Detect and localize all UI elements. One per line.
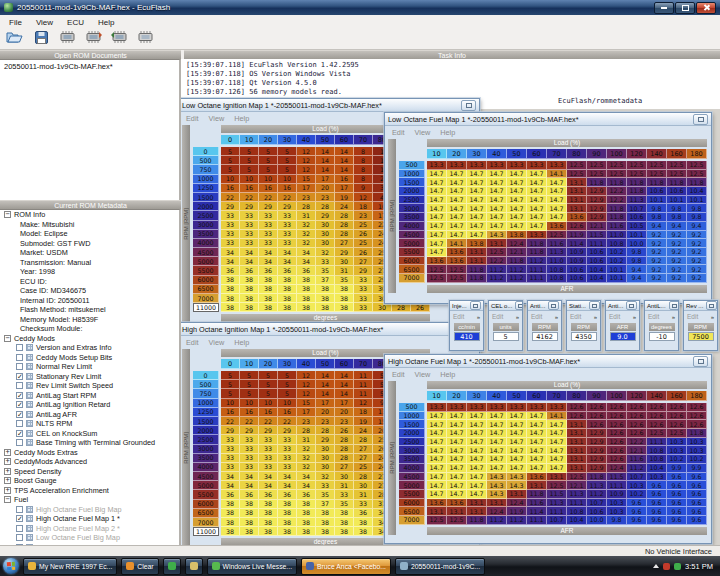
value-cell[interactable]: 12.5: [447, 516, 467, 525]
value-cell[interactable]: 22: [259, 193, 278, 202]
value-cell[interactable]: 38: [335, 518, 354, 527]
value-cell[interactable]: 11.0: [547, 257, 567, 266]
value-cell[interactable]: 12.6: [587, 412, 607, 421]
value-cell[interactable]: 12.5: [567, 473, 587, 482]
value-cell[interactable]: 38: [221, 527, 240, 536]
value-cell[interactable]: 30: [316, 454, 335, 463]
value-cell[interactable]: 14.7: [487, 187, 507, 196]
value-cell[interactable]: 12.6: [687, 412, 707, 421]
value-cell[interactable]: 14.7: [427, 239, 447, 248]
value-cell[interactable]: 30: [316, 221, 335, 230]
value-cell[interactable]: 13.8: [467, 239, 487, 248]
value-cell[interactable]: 38: [316, 294, 335, 303]
tree-branch[interactable]: −ROM Info: [0, 210, 179, 220]
value-cell[interactable]: 34: [278, 248, 297, 257]
value-cell[interactable]: 38: [259, 294, 278, 303]
value-cell[interactable]: 20: [316, 184, 335, 193]
row-header-cell[interactable]: 4000: [399, 464, 425, 473]
map-menu-view[interactable]: View: [209, 338, 225, 347]
value-cell[interactable]: 14.7: [447, 455, 467, 464]
map-menu-view[interactable]: View: [209, 114, 225, 123]
column-header-cell[interactable]: 140: [647, 149, 667, 159]
value-cell[interactable]: 14.7: [467, 170, 487, 179]
value-cell[interactable]: 22: [240, 417, 259, 426]
value-cell[interactable]: 14.7: [427, 412, 447, 421]
tree-branch[interactable]: −Ceddy Mods: [0, 334, 179, 344]
value-cell[interactable]: 38: [259, 303, 278, 312]
value-cell[interactable]: 34: [221, 257, 240, 266]
value-cell[interactable]: 13.8: [507, 231, 527, 240]
value-cell[interactable]: 5: [278, 156, 297, 165]
row-header-cell[interactable]: 6000: [399, 257, 425, 266]
row-header-cell[interactable]: 6000: [193, 276, 219, 285]
value-cell[interactable]: 30: [316, 230, 335, 239]
value-cell[interactable]: 14: [316, 389, 335, 398]
value-cell[interactable]: 13.1: [447, 507, 467, 516]
value-cell[interactable]: 14.7: [507, 170, 527, 179]
value-cell[interactable]: 13.3: [447, 161, 467, 170]
value-cell[interactable]: 14.7: [467, 231, 487, 240]
value-cell[interactable]: 35: [316, 490, 335, 499]
close-icon[interactable]: [515, 301, 522, 310]
column-header-cell[interactable]: 20: [259, 135, 278, 145]
value-cell[interactable]: 14.7: [447, 222, 467, 231]
scalar-menu-edit[interactable]: Edit: [492, 313, 503, 320]
value-cell[interactable]: 38: [278, 509, 297, 518]
value-cell[interactable]: 12.9: [587, 464, 607, 473]
value-cell[interactable]: 5: [278, 147, 297, 156]
value-cell[interactable]: 29: [240, 426, 259, 435]
value-cell[interactable]: 20: [316, 408, 335, 417]
value-cell[interactable]: 5: [221, 147, 240, 156]
scalar-menu-edit[interactable]: Edit: [453, 313, 464, 320]
value-cell[interactable]: 5: [221, 156, 240, 165]
row-header-cell[interactable]: 4500: [193, 248, 219, 257]
value-cell[interactable]: 12.5: [547, 231, 567, 240]
value-cell[interactable]: 11.2: [487, 516, 507, 525]
close-icon[interactable]: [589, 301, 600, 310]
value-cell[interactable]: 14.7: [507, 429, 527, 438]
value-cell[interactable]: 5: [221, 165, 240, 174]
value-cell[interactable]: 11.3: [567, 490, 587, 499]
taskbar-button[interactable]: [163, 558, 181, 575]
value-cell[interactable]: 13.3: [507, 403, 527, 412]
value-cell[interactable]: 9.6: [627, 499, 647, 508]
collapse-icon[interactable]: −: [4, 211, 11, 218]
value-cell[interactable]: 14.7: [427, 204, 447, 213]
value-cell[interactable]: 12.5: [667, 170, 687, 179]
value-cell[interactable]: 38: [297, 276, 316, 285]
value-cell[interactable]: 11.4: [527, 507, 547, 516]
value-cell[interactable]: 13.3: [487, 161, 507, 170]
value-cell[interactable]: 14.3: [507, 481, 527, 490]
value-cell[interactable]: 10.6: [587, 507, 607, 516]
value-cell[interactable]: 12.6: [607, 455, 627, 464]
value-cell[interactable]: 33: [354, 303, 373, 312]
map-menu-help[interactable]: Help: [234, 338, 249, 347]
value-cell[interactable]: 14.7: [487, 204, 507, 213]
row-header-cell[interactable]: 1000: [193, 175, 219, 184]
value-cell[interactable]: 17: [297, 184, 316, 193]
menu-file[interactable]: File: [2, 15, 29, 29]
value-cell[interactable]: 14.7: [507, 196, 527, 205]
value-cell[interactable]: 9.8: [627, 248, 647, 257]
column-header-cell[interactable]: 0: [221, 359, 240, 369]
value-cell[interactable]: 36: [278, 490, 297, 499]
value-cell[interactable]: 11.3: [587, 481, 607, 490]
value-cell[interactable]: 34: [259, 481, 278, 490]
value-cell[interactable]: 10.8: [647, 446, 667, 455]
value-cell[interactable]: 13.1: [567, 429, 587, 438]
value-cell[interactable]: 14.7: [467, 412, 487, 421]
scalar-window-titlebar[interactable]: Anti...: [606, 301, 639, 311]
value-cell[interactable]: 25: [354, 463, 373, 472]
value-cell[interactable]: 14.3: [487, 231, 507, 240]
value-cell[interactable]: 32: [297, 463, 316, 472]
scalar-window-titlebar[interactable]: Anti...: [528, 301, 561, 311]
value-cell[interactable]: 10.0: [627, 239, 647, 248]
value-cell[interactable]: 33: [221, 463, 240, 472]
row-header-cell[interactable]: 4500: [399, 231, 425, 240]
value-cell[interactable]: 11: [354, 389, 373, 398]
value-cell[interactable]: 36: [221, 266, 240, 275]
value-cell[interactable]: 10.1: [607, 265, 627, 274]
value-cell[interactable]: 14.7: [547, 213, 567, 222]
column-header-cell[interactable]: 120: [627, 149, 647, 159]
value-cell[interactable]: 11.1: [527, 265, 547, 274]
